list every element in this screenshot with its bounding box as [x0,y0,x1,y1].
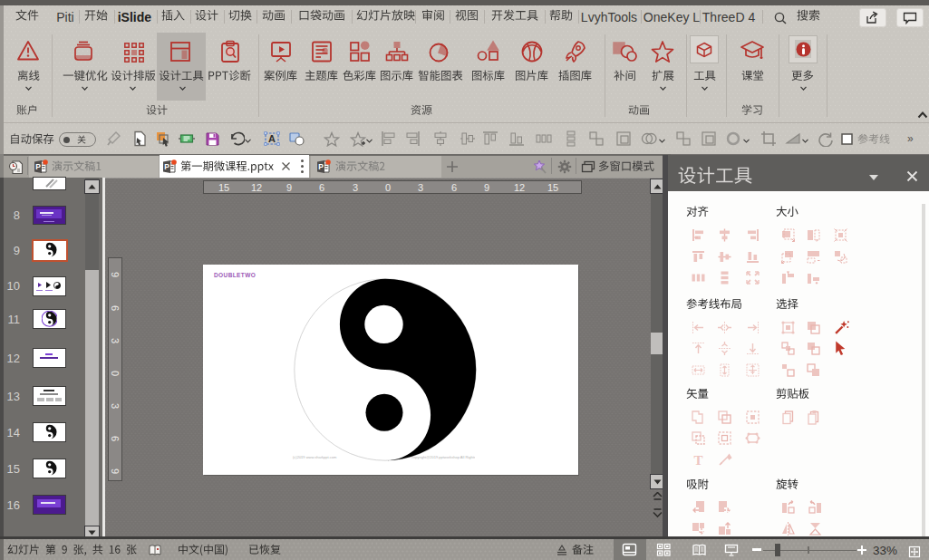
svg-text:P: P [318,162,324,171]
svg-text:P: P [35,162,41,171]
svg-text:A: A [268,133,276,144]
svg-text:T: T [693,453,702,468]
svg-text:P: P [164,162,169,171]
